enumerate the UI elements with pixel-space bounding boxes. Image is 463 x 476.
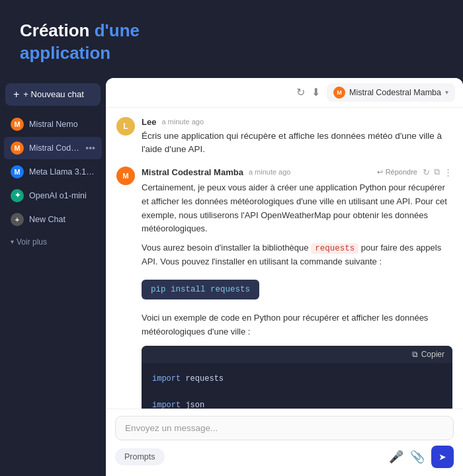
ai-paragraph-3: Voici un exemple de code en Python pour … <box>142 311 452 339</box>
new-chat-button[interactable]: + + Nouveau chat <box>5 83 101 106</box>
user-name: Lee <box>142 117 156 127</box>
more-action-icon[interactable]: ⋮ <box>444 167 452 177</box>
mistral-codestral-icon: M <box>11 141 24 155</box>
ai-message-content: Mistral Codestral Mamba a minute ago ↩ R… <box>142 167 452 409</box>
title-line2: application <box>20 43 110 63</box>
sidebar-item-label: Meta Llama 3.1 405b <box>29 167 95 177</box>
page-title: Création d'une application <box>20 20 443 65</box>
send-button[interactable]: ➤ <box>431 446 454 468</box>
reply-label: Répondre <box>386 168 417 176</box>
user-message-content: Lee a minute ago Écris une application q… <box>142 117 452 157</box>
code-line-blank <box>152 385 442 399</box>
user-avatar: L <box>116 117 135 136</box>
ai-paragraph-1: Certainement, je peux vous aider à créer… <box>142 181 452 236</box>
ai-paragraph-2: Vous aurez besoin d'installer la bibliot… <box>142 241 452 269</box>
reply-button[interactable]: ↩ Répondre <box>377 168 417 177</box>
title-highlight: d'une <box>95 20 140 40</box>
sidebar-item-openai[interactable]: ✦ OpenAI o1-mini <box>4 184 102 207</box>
sidebar-item-label: OpenAI o1-mini <box>29 191 87 200</box>
message-meta: Lee a minute ago <box>142 117 452 127</box>
download-icon[interactable]: ⬇ <box>312 86 320 99</box>
new-chat-icon: + <box>11 213 24 226</box>
refresh-icon[interactable]: ↻ <box>296 86 305 99</box>
copy-label: Copier <box>421 350 444 359</box>
inline-code-requests: requests <box>311 243 358 254</box>
chat-input-actions: Prompts 🎤 📎 ➤ <box>115 446 454 468</box>
code-block: import requests import json def get_weat… <box>142 363 452 409</box>
user-message-text: Écris une application qui récupère et af… <box>142 130 452 157</box>
ai-avatar: M <box>116 167 135 185</box>
chat-input-area: Envoyez un message... Prompts 🎤 📎 ➤ <box>106 409 463 476</box>
code-line-2: import json <box>152 399 442 409</box>
message-time: a minute ago <box>161 118 204 126</box>
chevron-down-icon: ▾ <box>11 238 14 245</box>
openai-icon: ✦ <box>11 189 24 202</box>
ai-message: M Mistral Codestral Mamba a minute ago ↩… <box>116 167 452 409</box>
main-layout: + + Nouveau chat M Mistral Nemo M Mistra… <box>0 78 463 476</box>
chat-header: ↻ ⬇ M Mistral Codestral Mamba ▾ <box>106 78 463 108</box>
sidebar: + + Nouveau chat M Mistral Nemo M Mistra… <box>0 78 106 476</box>
input-placeholder: Envoyez un message... <box>125 423 218 433</box>
copy-action-icon[interactable]: ⧉ <box>434 167 440 177</box>
message-input[interactable]: Envoyez un message... <box>115 416 454 440</box>
send-icon: ➤ <box>439 452 446 462</box>
new-chat-label: + Nouveau chat <box>23 89 83 99</box>
refresh-action-icon[interactable]: ↻ <box>423 167 430 177</box>
ai-message-meta: Mistral Codestral Mamba a minute ago ↩ R… <box>142 167 452 177</box>
chat-header-actions: ↻ ⬇ M Mistral Codestral Mamba ▾ <box>296 83 455 102</box>
sidebar-item-new-chat[interactable]: + New Chat <box>4 208 102 231</box>
ai-author: Mistral Codestral Mamba <box>142 167 243 177</box>
copy-button[interactable]: ⧉ Copier <box>412 350 444 359</box>
action-icons: ↻ ⧉ ⋮ <box>423 167 452 177</box>
chevron-down-icon: ▾ <box>445 89 448 96</box>
pip-command: pip install requests <box>142 280 259 299</box>
model-selector[interactable]: M Mistral Codestral Mamba ▾ <box>327 83 455 102</box>
code-block-wrapper: ⧉ Copier import requests import json def… <box>142 346 452 409</box>
sidebar-item-label: New Chat <box>29 215 65 224</box>
input-icons: 🎤 📎 ➤ <box>389 446 454 468</box>
prompts-button[interactable]: Prompts <box>115 448 165 465</box>
mic-icon[interactable]: 🎤 <box>389 450 403 464</box>
mistral-nemo-icon: M <box>11 118 24 131</box>
attach-icon[interactable]: 📎 <box>410 450 425 464</box>
page-header: Création d'une application <box>0 0 463 78</box>
code-line-1: import requests <box>152 372 442 385</box>
sidebar-item-mistral-nemo[interactable]: M Mistral Nemo <box>4 113 102 136</box>
sidebar-item-mistral-codestral[interactable]: M Mistral Codestral... ••• <box>4 137 102 159</box>
prompts-label: Prompts <box>124 452 155 461</box>
sidebar-item-label: Mistral Codestral... <box>29 143 80 153</box>
user-message: L Lee a minute ago Écris une application… <box>116 117 452 157</box>
voir-plus-label: Voir plus <box>17 237 47 247</box>
reply-icon: ↩ <box>377 168 383 177</box>
meta-llama-icon: M <box>11 165 24 178</box>
more-options-icon[interactable]: ••• <box>85 143 95 153</box>
sidebar-item-label: Mistral Nemo <box>29 120 78 129</box>
sidebar-item-meta-llama[interactable]: M Meta Llama 3.1 405b <box>4 161 102 183</box>
copy-icon: ⧉ <box>412 350 418 359</box>
model-name: Mistral Codestral Mamba <box>349 88 441 97</box>
plus-icon: + <box>13 89 19 100</box>
model-icon: M <box>333 87 345 99</box>
ai-message-time: a minute ago <box>249 168 291 176</box>
code-block-header: ⧉ Copier <box>142 346 452 363</box>
messages-container: L Lee a minute ago Écris une application… <box>106 108 463 409</box>
chat-area: ↻ ⬇ M Mistral Codestral Mamba ▾ L Lee a … <box>106 78 463 476</box>
voir-plus-link[interactable]: ▾ Voir plus <box>4 233 102 251</box>
title-plain: Création <box>20 20 95 40</box>
